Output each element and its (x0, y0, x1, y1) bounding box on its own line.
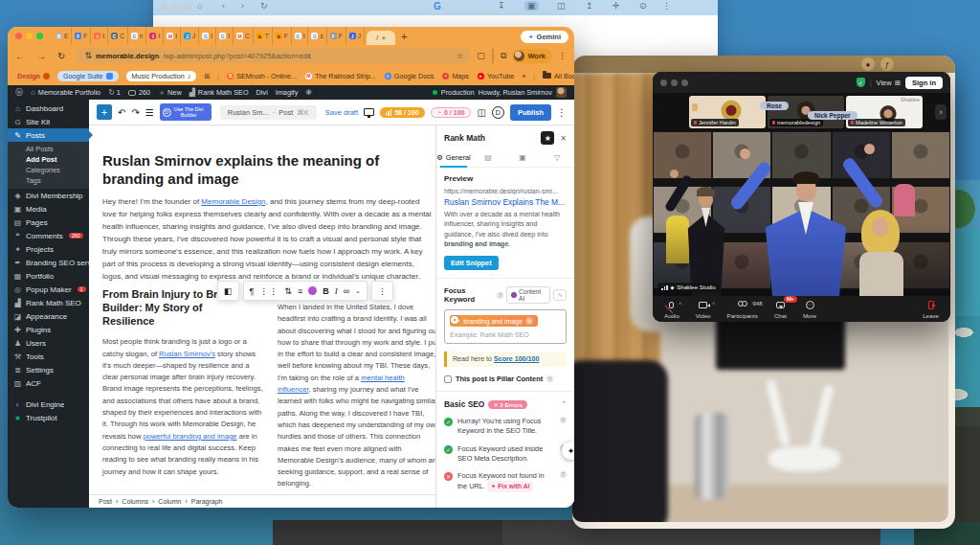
column-right[interactable]: When I landed in the United States, I do… (278, 288, 439, 490)
tab-share-icon[interactable]: ⧉ (501, 51, 506, 61)
grab-icon[interactable]: ✛ (612, 1, 620, 11)
back-icon[interactable]: ‹ (222, 1, 237, 11)
breadcrumb-item[interactable]: Paragraph (191, 498, 223, 505)
share-icon[interactable]: ↥ (586, 1, 593, 11)
divi-circle-icon[interactable]: D (492, 106, 504, 119)
window-traffic-lights[interactable] (660, 79, 688, 86)
video-button[interactable]: ˄Video (696, 300, 711, 319)
browser-tab[interactable]: Gs (308, 27, 326, 45)
sidebar-item-dashboard[interactable]: ⌂Dashboard (8, 102, 89, 115)
extensions-icon[interactable]: ▢ (477, 51, 485, 60)
bookmark-item[interactable]: SSEMrush - Online... (227, 72, 297, 80)
score-link[interactable]: Score 100/100 (494, 355, 539, 363)
list-view-icon[interactable]: ☰ (145, 107, 154, 118)
preview-title[interactable]: Ruslan Smirnov Explains The M... (444, 197, 567, 207)
active-tool-icon[interactable]: ▣ (524, 1, 539, 11)
bookmark-item[interactable]: ▸YouTube (478, 72, 514, 80)
bookmark-item[interactable]: MThe Railroad Strip... (305, 72, 376, 80)
sidebar-item-users[interactable]: ♟Users (8, 336, 89, 350)
wordpress-logo-icon[interactable]: Ⓦ (15, 87, 23, 98)
sidebar-item-popup-maker[interactable]: ◎Popup Maker1 (8, 283, 89, 296)
submenu-item-add-post[interactable]: Add Post (26, 154, 89, 165)
focus-keyword-input[interactable]: ★ branding and image ↻ × Example: Rank M… (444, 309, 567, 344)
chevron-up-icon[interactable]: ˄ (751, 301, 755, 307)
redo-icon[interactable]: ↷ (131, 107, 139, 118)
edit-snippet-button[interactable]: Edit Snippet (444, 256, 499, 270)
browser-tab[interactable]: tt (91, 27, 108, 45)
sidebar-item-branding-seo-services[interactable]: ✒Branding SEO services (8, 256, 89, 269)
admin-rank-math[interactable]: ▟Rank Math SEO (189, 88, 249, 97)
url-bar[interactable]: ⇅ memorable.design/wp-admin/post.php?pos… (77, 48, 471, 63)
content-ai-score-badge[interactable]: ◔ 0 / 100 (431, 107, 472, 118)
view-button[interactable]: View⊞ (877, 79, 901, 87)
browser-tab[interactable]: BE (53, 27, 72, 45)
reload-icon[interactable]: ↻ (57, 51, 71, 61)
browser-tab[interactable]: aT (254, 27, 273, 45)
admin-target-icon[interactable]: ❋ (305, 88, 312, 97)
use-divi-builder-button[interactable]: D Use The DiviBuilder (160, 103, 212, 121)
pillar-checkbox[interactable] (444, 375, 452, 383)
forward-icon[interactable]: → (36, 51, 52, 61)
post-title[interactable]: Ruslan Smirnov explains the meaning of b… (102, 152, 428, 189)
chevron-up-icon[interactable]: ˄ (679, 301, 682, 307)
left-paragraph[interactable]: Most people think branding is just a log… (102, 336, 264, 478)
breadcrumb-item[interactable]: Column (158, 498, 181, 505)
main-speaker-video[interactable]: ◆ Shaklee Studio From Darlene Nemia to e… (653, 131, 950, 296)
bookmarks-overflow-icon[interactable]: » (522, 72, 525, 80)
chevron-up-icon[interactable]: ˄ (712, 301, 716, 307)
save-draft-button[interactable]: Save draft (325, 108, 358, 117)
paragraph-icon[interactable]: ¶ (250, 286, 255, 296)
preview-icon[interactable] (364, 108, 374, 116)
columns-block-icon[interactable]: ◧ (224, 286, 233, 296)
command-palette-button[interactable]: Ruslan Sm... · Post ⌘K (220, 105, 317, 120)
menu-kebab-icon[interactable]: ⋮ (662, 1, 671, 11)
bookmark-folder-design[interactable]: Design (17, 72, 50, 80)
submenu-item-categories[interactable]: Categories (26, 165, 89, 175)
post-canvas[interactable]: Ruslan Smirnov explains the meaning of b… (89, 125, 435, 508)
help-icon[interactable]: ? (546, 375, 553, 382)
back-icon[interactable]: ← (15, 51, 31, 61)
browser-tab[interactable]: MI (164, 27, 181, 45)
block-inserter-button[interactable]: + (97, 104, 112, 120)
rank-math-tab-1[interactable]: ▤ (471, 148, 505, 167)
browser-tab[interactable]: II (146, 27, 164, 45)
bookmark-item[interactable]: ≡Google Docs (385, 72, 434, 80)
breadcrumb-item[interactable]: Post (99, 498, 112, 505)
settings-sidebar-icon[interactable]: ◫ (477, 107, 485, 118)
gemini-button[interactable]: ✦ Gemini (521, 31, 568, 43)
fix-with-ai-button[interactable]: ✦ Fix with AI (487, 481, 534, 491)
browser-tab[interactable]: Gn (128, 27, 147, 45)
sidebar-item-comments[interactable]: ❝Comments260 (8, 229, 89, 242)
bold-icon[interactable]: B (323, 286, 329, 296)
f-stop-icon[interactable]: ƒ (880, 57, 894, 71)
browser-tab[interactable]: Gt (216, 27, 234, 45)
profile-circle-icon[interactable]: ● (861, 57, 875, 71)
help-icon[interactable]: ? (560, 417, 567, 423)
sidebar-item-site-kit[interactable]: GSite Kit (8, 115, 89, 128)
new-tab-button[interactable]: + (401, 31, 407, 42)
browser-tab[interactable]: aF (273, 27, 292, 45)
sidebar-item-projects[interactable]: ✦Projects (8, 242, 89, 256)
drag-handle-icon[interactable]: ⋮⋮ (259, 286, 278, 296)
participants-button[interactable]: 348˄Participants (727, 300, 758, 319)
tab-close-icon[interactable]: × (382, 34, 386, 41)
rank-math-tab-2[interactable]: ▣ (505, 148, 540, 167)
ai-assistant-icon[interactable] (308, 286, 317, 295)
admin-new-button[interactable]: ＋New (158, 87, 182, 98)
rank-math-tab-3[interactable]: ▽ (540, 148, 574, 167)
options-kebab-icon[interactable]: ⋮ (557, 107, 567, 118)
submenu-item-all-posts[interactable]: All Posts (26, 144, 89, 154)
forward-icon[interactable]: › (241, 1, 256, 11)
move-up-down-icon[interactable]: ⇅ (284, 286, 292, 296)
collapse-chevron-icon[interactable]: ⌃ (561, 400, 567, 408)
browser-tab[interactable]: JJ (181, 27, 199, 45)
browser-tab[interactable]: Gt (292, 27, 309, 45)
sidebar-item-divi-membership[interactable]: ◈Divi Membership (8, 189, 89, 202)
home-icon[interactable]: ⌂ (197, 1, 214, 11)
link-icon[interactable]: ∞ (344, 286, 349, 296)
sidebar-item-tools[interactable]: ⚒Tools (8, 350, 89, 363)
sidebar-item-portfolio[interactable]: ▦Portfolio (8, 269, 89, 283)
columns-block[interactable]: From Brain Injury to Brand Builder: My S… (102, 288, 439, 490)
bookmark-folder-google-suite[interactable]: Google Suite (57, 71, 119, 81)
align-icon[interactable]: ≡ (298, 286, 302, 296)
